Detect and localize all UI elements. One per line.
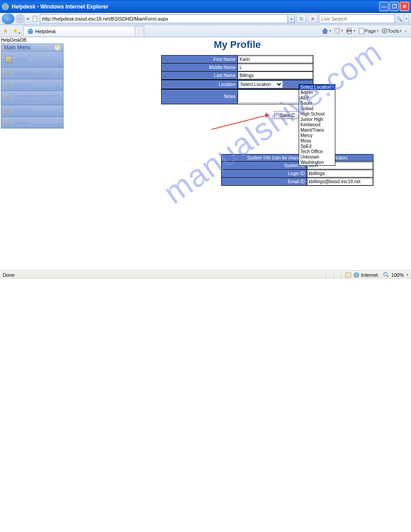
location-option[interactable]: Tech Office [299,149,335,154]
home-button[interactable]: ▾ [321,27,331,34]
favorites-icon[interactable]: ★ [3,27,10,34]
print-button[interactable]: ▾ [346,28,355,34]
location-option[interactable]: Junior High [299,117,335,122]
globe-icon [353,272,360,278]
system-info-header: System Info (can be changexxxxxxxxxxxxni… [222,154,373,162]
main-area: My Profile First Name Middle Name Last N… [64,37,411,270]
location-option[interactable]: Bauer [299,101,335,106]
login-id-label: Login ID [222,170,307,178]
nav-history-dropdown[interactable]: ▾ [27,17,29,21]
bullet-icon [7,97,9,99]
location-option[interactable]: AEP [299,95,335,101]
tools-menu[interactable]: Tools ▾ [381,28,402,34]
save-button[interactable]: Save C [274,111,301,119]
new-tab-button[interactable] [135,26,144,36]
close-button[interactable]: ✕ [400,2,409,11]
location-select[interactable]: Select Location [238,81,283,88]
content-area: HelpDeskDB Main Menu ⌃ Home Request Form… [0,37,411,270]
svg-point-12 [384,30,385,32]
navigation-bar: ← → ▾ http://helpdesk.bsisd.esc18.net/BS… [0,13,411,25]
svg-point-0 [2,4,9,10]
address-dropdown[interactable]: ▾ [288,14,295,23]
location-dropdown-list[interactable]: Select Location Admin AEP Bauer Goliad H… [299,84,335,166]
location-option[interactable]: Moss [299,138,335,144]
svg-rect-15 [346,273,351,277]
location-option[interactable]: SpEd [299,144,335,149]
bullet-icon [7,110,9,112]
bullet-icon [7,121,9,124]
zone-text: Internet [361,272,378,278]
page-icon [32,16,39,22]
email-id-input[interactable] [307,178,373,185]
sidebar-item-label: Knowledge Base (Search Keywords) [14,94,60,103]
svg-point-6 [335,32,337,33]
svg-marker-14 [265,114,270,118]
shield-icon [345,272,351,278]
window-titlebar: Helpdesk - Windows Internet Explorer — ❐… [0,0,411,13]
gear-icon [381,28,388,34]
sidebar: Main Menu ⌃ Home Request Form (new) Get … [1,43,64,270]
page-title: My Profile [64,39,411,51]
zoom-control[interactable]: 100% ▾ [383,272,408,278]
search-dropdown[interactable]: ▾ [404,14,409,23]
sidebar-item-request[interactable]: Request Form (new) [1,68,64,79]
sidebar-item-logout[interactable]: Logout [1,117,64,129]
email-id-label: Email ID [222,178,307,186]
location-option[interactable]: Admin [299,90,335,95]
notes-label: Notes [162,89,238,104]
system-id-label: System ID [222,162,307,170]
system-info-table: System Info (can be changexxxxxxxxxxxxni… [221,154,373,186]
sidebar-item-kb[interactable]: Knowledge Base (Search Keywords) [1,91,64,105]
print-icon [346,28,353,34]
annotation-arrow [211,112,274,130]
svg-point-4 [28,28,33,34]
sidebar-item-profile[interactable]: My Profile [1,105,64,117]
last-name-input[interactable] [238,72,313,79]
sidebar-item-label: My Profile [15,109,33,113]
db-label: HelpDeskDB [1,38,26,43]
first-name-input[interactable] [238,56,313,63]
address-bar[interactable]: http://helpdesk.bsisd.esc18.net/BSISDHD/… [40,14,288,23]
browser-tab[interactable]: Helpdesk [23,26,135,36]
location-option[interactable]: Goliad [299,106,335,112]
home-icon [5,56,12,63]
search-input[interactable] [319,14,395,23]
stop-button[interactable]: ✕ [308,14,317,23]
profile-form: First Name Middle Name Last Name Locatio… [161,55,313,104]
svg-rect-1 [33,16,37,21]
page-icon [358,28,364,34]
collapse-icon[interactable]: ⌃ [54,44,60,51]
maximize-button[interactable]: ❐ [390,2,399,11]
location-label: Location [162,80,238,89]
feeds-button[interactable]: ▾ [334,28,343,34]
login-id-input[interactable] [307,170,373,177]
sidebar-item-gethelp[interactable]: Get Help [1,79,64,91]
location-option[interactable]: Unknown [299,154,335,160]
location-option[interactable]: Select Location [299,85,335,90]
minimize-button[interactable]: — [379,2,389,11]
help-chevron[interactable]: » [404,29,407,34]
sidebar-item-label: Request Form (new) [15,71,51,76]
sidebar-title: Main Menu [4,44,30,51]
location-option[interactable]: Kentwood [299,122,335,128]
location-option[interactable]: Maint/Trans [299,128,335,133]
status-bar: Done Internet 100% ▾ [0,270,411,279]
location-option[interactable]: Washington [299,160,335,165]
location-option[interactable]: High School [299,112,335,117]
location-option[interactable]: Mercy [299,133,335,138]
svg-rect-9 [347,31,351,34]
search-button[interactable]: 🔍 [395,14,404,23]
middle-name-input[interactable] [238,64,313,71]
svg-rect-8 [347,28,351,30]
page-menu[interactable]: Page ▾ [358,28,379,34]
zoom-icon [383,272,390,278]
add-favorite-icon[interactable]: ★ [13,27,20,34]
svg-point-17 [384,272,387,276]
refresh-button[interactable]: ↻ [296,14,306,23]
back-button[interactable]: ← [2,13,14,24]
forward-button: → [15,14,25,24]
window-title: Helpdesk - Windows Internet Explorer [12,4,379,10]
svg-rect-10 [359,28,364,34]
sidebar-item-label: Logout [15,120,27,125]
sidebar-item-home[interactable]: Home [1,51,64,68]
